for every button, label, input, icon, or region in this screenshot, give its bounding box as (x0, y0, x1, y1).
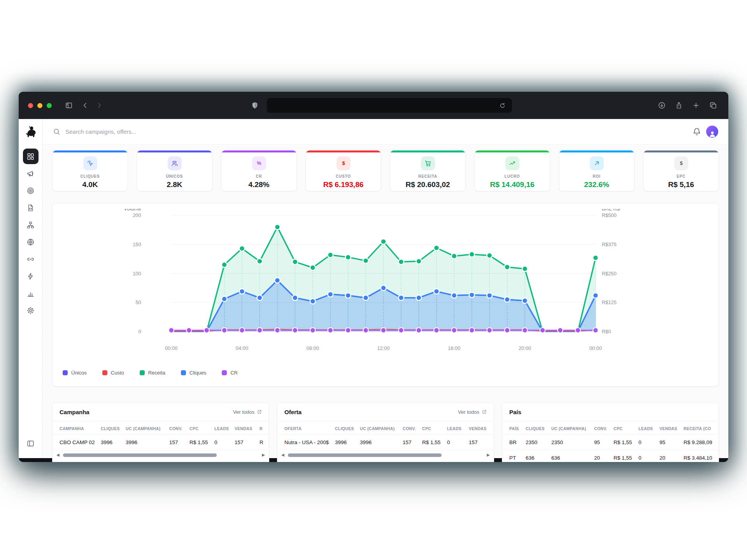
column-header: OFERTA (277, 421, 335, 435)
table-row[interactable]: Nutra - USA - 200$39963996157R$ 1,550157 (277, 435, 494, 450)
table-card-pais: PaísPAÍSCLIQUESUC (CAMPANHA)CONV.CPCLEAD… (502, 402, 719, 462)
svg-text:0: 0 (139, 329, 141, 334)
sidebar-item-landers[interactable] (23, 200, 39, 215)
bell-icon[interactable] (693, 128, 701, 136)
table-card-title: Oferta (284, 409, 302, 415)
svg-text:20:00: 20:00 (519, 345, 531, 351)
scroll-right-icon[interactable]: ▶ (262, 453, 265, 457)
table-cell: PT (502, 450, 526, 462)
table-row[interactable]: CBO CAMP 0239963996157R$ 1,550157R (53, 435, 269, 450)
kpi-value: 2.8K (137, 180, 212, 189)
legend-swatch (140, 370, 145, 375)
kpi-accent-bar (221, 150, 296, 152)
table-cell: R$ 1,55 (614, 435, 638, 450)
column-header: CLIQUES (335, 421, 360, 435)
table-cell: 20 (594, 450, 614, 462)
dog-logo-icon[interactable] (24, 125, 38, 139)
svg-text:50: 50 (135, 299, 141, 305)
legend-swatch (102, 370, 107, 375)
table-cell: R$ 9.288,09 (684, 435, 719, 450)
svg-text:100: 100 (133, 271, 141, 276)
click-icon (83, 156, 97, 170)
sidebar-collapse-icon[interactable] (23, 436, 39, 451)
table-cell: 157 (469, 435, 494, 450)
column-header: CPC (422, 421, 447, 435)
scrollbar-thumb[interactable] (288, 453, 442, 457)
shield-privacy-icon[interactable] (249, 100, 261, 111)
svg-text:R$0: R$0 (602, 329, 611, 334)
kpi-value: 4.28% (221, 180, 296, 189)
column-header: PAÍS (502, 421, 526, 435)
svg-text:R$375: R$375 (602, 242, 617, 247)
scroll-left-icon[interactable]: ◀ (281, 453, 284, 457)
downloads-icon[interactable] (656, 100, 668, 111)
minimize-window-button[interactable] (37, 103, 42, 108)
table-card-campanha: CampanhaVer todosCAMPANHACLIQUESUC (CAMP… (52, 402, 269, 462)
sidebar-item-links[interactable] (23, 251, 39, 267)
share-icon[interactable] (673, 100, 685, 111)
table-cell: 95 (659, 435, 684, 450)
tab-overview-icon[interactable] (707, 100, 719, 111)
scrollbar-track[interactable] (62, 453, 260, 457)
table-cell: R$ 1,55 (422, 435, 447, 450)
search-input[interactable] (65, 128, 687, 135)
column-header: CLIQUES (526, 421, 551, 435)
kpi-cards-row: CLIQUES4.0KÚNICOS2.8K%CR4.28%$CUSTOR$ 6.… (52, 150, 719, 191)
legend-item-cr[interactable]: CR (222, 370, 238, 376)
table-cell: 157 (403, 435, 422, 450)
table-cell: 0 (214, 435, 235, 450)
ver-todos-link[interactable]: Ver todos (458, 409, 487, 415)
traffic-chart: 200R$500150R$375100R$25050R$1250R$0Volum… (59, 209, 712, 357)
ver-todos-link[interactable]: Ver todos (233, 409, 262, 415)
svg-text:Volume: Volume (124, 209, 141, 212)
new-tab-icon[interactable] (690, 100, 702, 111)
sidebar-item-settings[interactable] (23, 303, 39, 318)
legend-item-custo[interactable]: Custo (102, 370, 124, 376)
sidebar-item-flows[interactable] (23, 217, 39, 233)
legend-item-cliques[interactable]: Cliques (181, 370, 206, 376)
kpi-label: CLIQUES (53, 174, 128, 178)
kpi-value: 232.6% (559, 180, 634, 189)
forward-button-icon[interactable] (93, 100, 105, 111)
maximize-window-button[interactable] (47, 103, 52, 108)
sidebar-item-reports[interactable] (23, 285, 39, 301)
svg-text:08:00: 08:00 (307, 345, 319, 351)
user-avatar[interactable] (706, 126, 718, 138)
sidebar-item-dashboard[interactable] (23, 149, 39, 164)
back-button-icon[interactable] (79, 100, 91, 111)
kpi-label: ROI (559, 174, 634, 178)
sidebar-item-campaigns[interactable] (23, 166, 39, 181)
svg-text:R$500: R$500 (602, 213, 617, 219)
sidebar-item-automation[interactable] (23, 268, 39, 284)
browser-sidebar-toggle-icon[interactable] (63, 100, 75, 111)
column-header: LEADS (447, 421, 469, 435)
table-cell: R (260, 435, 269, 450)
scroll-right-icon[interactable]: ▶ (487, 453, 490, 457)
horizontal-scrollbar: ◀▶ (53, 450, 269, 457)
scrollbar-thumb[interactable] (63, 453, 217, 457)
table-scroll-area: OFERTACLIQUESUC (CAMPANHA)CONV.CPCLEADSV… (277, 421, 494, 450)
reload-icon[interactable] (496, 100, 508, 111)
sidebar-item-domains[interactable] (23, 234, 39, 250)
kpi-card-cliques: CLIQUES4.0K (52, 150, 128, 191)
scroll-left-icon[interactable]: ◀ (56, 453, 60, 457)
table-cell: BR (502, 435, 526, 450)
table-scroll-area: PAÍSCLIQUESUC (CAMPANHA)CONV.CPCLEADSVEN… (502, 421, 719, 462)
kpi-card-custo: $CUSTOR$ 6.193,86 (305, 150, 381, 191)
svg-text:200: 200 (133, 213, 141, 219)
address-bar[interactable] (267, 98, 512, 113)
scrollbar-track[interactable] (287, 453, 484, 457)
table-cell: 636 (551, 450, 594, 462)
table-row[interactable]: BR2350235095R$ 1,55095R$ 9.288,09 (502, 435, 719, 450)
close-window-button[interactable] (28, 103, 33, 108)
users-icon (168, 156, 182, 170)
table-row[interactable]: PT63663620R$ 1,55020R$ 3.484,10 (502, 450, 719, 462)
kpi-card-epc: $EPCR$ 5,16 (643, 150, 719, 191)
kpi-label: LUCRO (475, 174, 550, 178)
kpi-accent-bar (475, 150, 550, 152)
sidebar-item-offers[interactable] (23, 183, 39, 198)
kpi-accent-bar (390, 150, 465, 152)
svg-text:12:00: 12:00 (377, 345, 389, 351)
legend-item-únicos[interactable]: Únicos (63, 370, 87, 376)
legend-item-receita[interactable]: Receita (140, 370, 165, 376)
